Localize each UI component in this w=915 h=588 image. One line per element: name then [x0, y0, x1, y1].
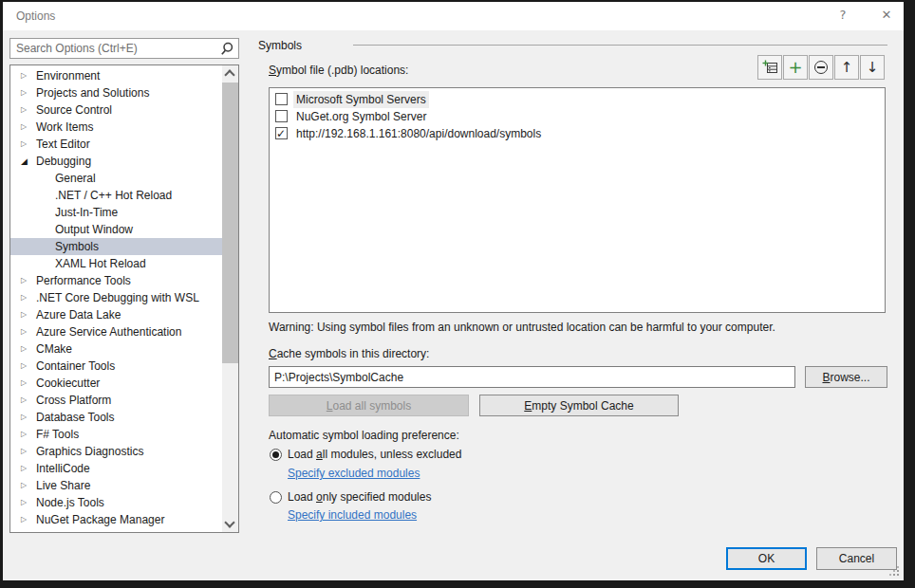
cancel-button[interactable]: Cancel [816, 547, 897, 570]
collapsed-chevron-icon[interactable]: ▷ [21, 323, 34, 340]
tree-item-azure-data-lake[interactable]: ▷Azure Data Lake [10, 306, 222, 323]
move-up-button[interactable]: ↑ [834, 55, 859, 80]
collapsed-chevron-icon[interactable]: ▷ [21, 443, 34, 460]
collapsed-chevron-icon[interactable]: ▷ [21, 84, 34, 101]
symbol-location-label: NuGet.org Symbol Server [293, 108, 429, 125]
collapsed-chevron-icon[interactable]: ▷ [21, 426, 34, 443]
tree-item-output-window[interactable]: Output Window [10, 221, 222, 238]
collapsed-chevron-icon[interactable]: ▷ [21, 409, 34, 426]
tree-item-database-tools[interactable]: ▷Database Tools [10, 409, 222, 426]
tree-item-label: IntelliCode [36, 460, 90, 477]
tree-item-label: Work Items [36, 119, 93, 136]
collapsed-chevron-icon[interactable]: ▷ [21, 101, 34, 119]
tree-item-text-editor[interactable]: ▷Text Editor [10, 136, 222, 153]
collapsed-chevron-icon[interactable]: ▷ [21, 136, 34, 153]
options-dialog: Options ? ✕ ▷Environment▷Projects and So… [3, 2, 904, 580]
specify-included-modules-link[interactable]: Specify included modules [288, 508, 417, 522]
collapsed-chevron-icon[interactable]: ▷ [21, 67, 34, 84]
help-icon[interactable]: ? [832, 8, 853, 25]
tree-item-environment[interactable]: ▷Environment [10, 67, 222, 84]
tree-item-net-core-debugging-with-wsl[interactable]: ▷.NET Core Debugging with WSL [10, 289, 222, 306]
resize-grip[interactable] [889, 566, 899, 576]
collapsed-chevron-icon[interactable]: ▷ [21, 460, 34, 477]
search-input[interactable] [10, 39, 223, 58]
tree-item-azure-service-authentication[interactable]: ▷Azure Service Authentication [10, 323, 222, 340]
tree-item-work-items[interactable]: ▷Work Items [10, 119, 222, 136]
tree-item-cookiecutter[interactable]: ▷Cookiecutter [10, 375, 222, 392]
radio-load-only-specified[interactable] [270, 491, 282, 504]
cache-directory-label: Cache symbols in this directory: [269, 347, 429, 360]
title-bar[interactable]: Options ? ✕ [3, 2, 904, 30]
close-icon[interactable]: ✕ [876, 8, 897, 25]
tree-item-net-c-hot-reload[interactable]: .NET / C++ Hot Reload [10, 187, 222, 204]
tree-item-graphics-diagnostics[interactable]: ▷Graphics Diagnostics [10, 443, 222, 460]
tree-item-label: NuGet Package Manager [36, 511, 164, 528]
checkbox-unchecked[interactable] [275, 93, 288, 105]
move-down-button[interactable]: ↓ [860, 55, 885, 80]
tree-item-label: Cross Platform [36, 392, 111, 409]
tree-item-label: Debugging [36, 153, 91, 170]
tree-item-xaml-hot-reload[interactable]: XAML Hot Reload [10, 255, 222, 272]
tree-item-performance-tools[interactable]: ▷Performance Tools [10, 272, 222, 289]
collapsed-chevron-icon[interactable]: ▷ [21, 392, 34, 409]
tree-item-source-control[interactable]: ▷Source Control [10, 101, 222, 119]
checkbox-unchecked[interactable] [275, 110, 288, 122]
symbol-location-label: http://192.168.1.161:8080/api/download/s… [293, 125, 544, 142]
checkbox-checked[interactable] [275, 127, 288, 139]
ok-button[interactable]: OK [726, 547, 807, 570]
minus-circle-icon [814, 61, 828, 74]
tree-item-container-tools[interactable]: ▷Container Tools [10, 358, 222, 375]
tree-item-f-tools[interactable]: ▷F# Tools [10, 426, 222, 443]
tree-item-projects-and-solutions[interactable]: ▷Projects and Solutions [10, 84, 222, 101]
collapsed-chevron-icon[interactable]: ▷ [21, 511, 34, 528]
collapsed-chevron-icon[interactable]: ▷ [21, 289, 34, 306]
plus-icon: + [788, 59, 802, 76]
collapsed-chevron-icon[interactable]: ▷ [21, 119, 34, 136]
specify-excluded-modules-link[interactable]: Specify excluded modules [288, 467, 420, 480]
scrollbar-thumb[interactable] [222, 83, 238, 363]
radio-load-all-modules[interactable] [270, 449, 282, 461]
search-options-box[interactable] [9, 38, 239, 59]
symbol-location-row[interactable]: http://192.168.1.161:8080/api/download/s… [270, 125, 885, 142]
cache-directory-field[interactable] [269, 366, 795, 388]
cache-directory-input[interactable] [270, 367, 794, 387]
tree-scrollbar[interactable] [222, 65, 238, 532]
symbol-locations-list[interactable]: Microsoft Symbol ServersNuGet.org Symbol… [269, 87, 886, 313]
expanded-chevron-icon[interactable]: ◢ [21, 153, 34, 170]
search-icon [220, 42, 234, 56]
tree-item-cmake[interactable]: ▷CMake [10, 340, 222, 358]
tree-item-general[interactable]: General [10, 170, 222, 187]
collapsed-chevron-icon[interactable]: ▷ [21, 272, 34, 289]
symbol-location-row[interactable]: Microsoft Symbol Servers [270, 91, 885, 108]
tree-item-label: Live Share [36, 477, 90, 494]
tree-item-just-in-time[interactable]: Just-In-Time [10, 204, 222, 221]
collapsed-chevron-icon[interactable]: ▷ [21, 477, 34, 494]
tree-item-symbols[interactable]: Symbols [10, 238, 222, 255]
collapsed-chevron-icon[interactable]: ▷ [21, 340, 34, 358]
collapsed-chevron-icon[interactable]: ▷ [21, 494, 34, 511]
tree-item-debugging[interactable]: ◢Debugging [10, 153, 222, 170]
symbol-location-row[interactable]: NuGet.org Symbol Server [270, 108, 885, 125]
browse-button[interactable]: Browse... [805, 366, 887, 388]
tree-item-cross-platform[interactable]: ▷Cross Platform [10, 392, 222, 409]
empty-symbol-cache-button[interactable]: Empty Symbol Cache [479, 395, 679, 416]
tree-item-node-js-tools[interactable]: ▷Node.js Tools [10, 494, 222, 511]
tree-item-label: .NET Core Debugging with WSL [36, 289, 199, 306]
warning-text: Warning: Using symbol files from an unkn… [269, 321, 775, 334]
collapsed-chevron-icon[interactable]: ▷ [21, 358, 34, 375]
radio-load-all-modules-label[interactable]: Load all modules, unless excluded [288, 448, 461, 461]
collapsed-chevron-icon[interactable]: ▷ [21, 375, 34, 392]
screen-background: Options ? ✕ ▷Environment▷Projects and So… [0, 0, 915, 588]
new-location-button[interactable]: + [783, 55, 808, 80]
add-symbol-location-button[interactable] [757, 55, 782, 80]
remove-location-button[interactable] [809, 55, 833, 80]
scroll-up-icon[interactable] [222, 65, 238, 82]
tree-item-intellicode[interactable]: ▷IntelliCode [10, 460, 222, 477]
scroll-down-icon[interactable] [222, 516, 238, 532]
collapsed-chevron-icon[interactable]: ▷ [21, 306, 34, 323]
tree-item-nuget-package-manager[interactable]: ▷NuGet Package Manager [10, 511, 222, 528]
tree-item-label: Output Window [55, 221, 133, 238]
radio-load-only-specified-label[interactable]: Load only specified modules [288, 490, 431, 504]
tree-item-live-share[interactable]: ▷Live Share [10, 477, 222, 494]
tree-item-label: CMake [36, 340, 72, 358]
